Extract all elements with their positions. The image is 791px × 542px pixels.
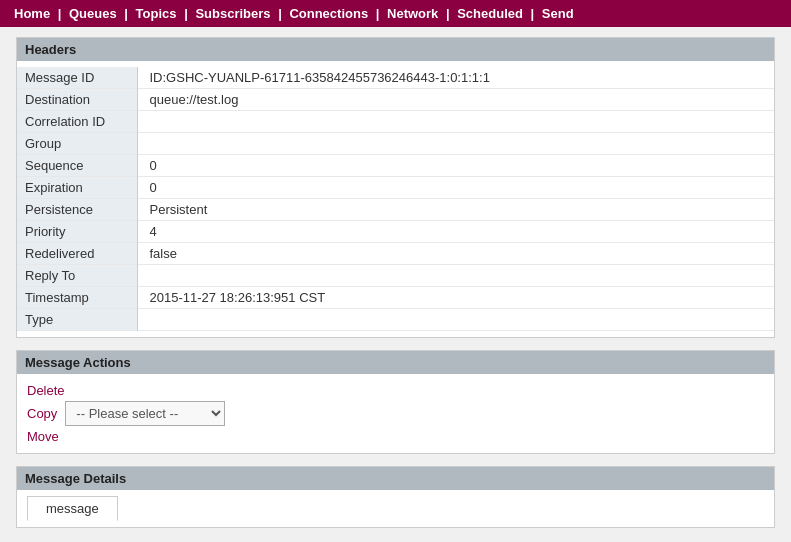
copy-row: Copy -- Please select --	[27, 401, 764, 426]
copy-link[interactable]: Copy	[27, 403, 57, 424]
tab-header: message	[27, 496, 764, 521]
row-value: 4	[137, 221, 774, 243]
row-label: Reply To	[17, 265, 137, 287]
delete-link[interactable]: Delete	[27, 380, 764, 401]
row-label: Message ID	[17, 67, 137, 89]
actions-section: Message Actions Delete Copy -- Please se…	[16, 350, 775, 454]
row-value: Persistent	[137, 199, 774, 221]
nav-queues[interactable]: Queues	[69, 6, 117, 21]
table-row: Redeliveredfalse	[17, 243, 774, 265]
row-label: Timestamp	[17, 287, 137, 309]
row-value	[137, 309, 774, 331]
tab-message[interactable]: message	[27, 496, 118, 521]
table-row: Priority4	[17, 221, 774, 243]
table-row: Timestamp2015-11-27 18:26:13:951 CST	[17, 287, 774, 309]
nav-scheduled[interactable]: Scheduled	[457, 6, 523, 21]
table-row: Destinationqueue://test.log	[17, 89, 774, 111]
details-section-title: Message Details	[17, 467, 774, 490]
row-value	[137, 111, 774, 133]
nav-subscribers[interactable]: Subscribers	[195, 6, 270, 21]
headers-section: Headers Message IDID:GSHC-YUANLP-61711-6…	[16, 37, 775, 338]
actions-body: Delete Copy -- Please select -- Move	[17, 374, 774, 453]
nav-send[interactable]: Send	[542, 6, 574, 21]
table-row: Group	[17, 133, 774, 155]
row-label: Sequence	[17, 155, 137, 177]
table-row: Reply To	[17, 265, 774, 287]
row-label: Type	[17, 309, 137, 331]
row-label: Expiration	[17, 177, 137, 199]
headers-table: Message IDID:GSHC-YUANLP-61711-635842455…	[17, 67, 774, 331]
table-row: PersistencePersistent	[17, 199, 774, 221]
details-body: message	[17, 490, 774, 527]
table-row: Expiration0	[17, 177, 774, 199]
row-label: Priority	[17, 221, 137, 243]
row-label: Redelivered	[17, 243, 137, 265]
row-label: Group	[17, 133, 137, 155]
nav-topics[interactable]: Topics	[136, 6, 177, 21]
row-label: Correlation ID	[17, 111, 137, 133]
main-content: Headers Message IDID:GSHC-YUANLP-61711-6…	[0, 27, 791, 542]
row-label: Destination	[17, 89, 137, 111]
table-row: Type	[17, 309, 774, 331]
actions-section-title: Message Actions	[17, 351, 774, 374]
row-value: 0	[137, 177, 774, 199]
nav-home[interactable]: Home	[14, 6, 50, 21]
row-value: false	[137, 243, 774, 265]
top-nav: Home | Queues | Topics | Subscribers | C…	[0, 0, 791, 27]
move-link[interactable]: Move	[27, 426, 764, 447]
headers-section-body: Message IDID:GSHC-YUANLP-61711-635842455…	[17, 61, 774, 337]
row-label: Persistence	[17, 199, 137, 221]
row-value: 2015-11-27 18:26:13:951 CST	[137, 287, 774, 309]
table-row: Message IDID:GSHC-YUANLP-61711-635842455…	[17, 67, 774, 89]
copy-destination-select[interactable]: -- Please select --	[65, 401, 225, 426]
headers-section-title: Headers	[17, 38, 774, 61]
details-section: Message Details message	[16, 466, 775, 528]
nav-network[interactable]: Network	[387, 6, 438, 21]
nav-connections[interactable]: Connections	[289, 6, 368, 21]
row-value: 0	[137, 155, 774, 177]
row-value: ID:GSHC-YUANLP-61711-635842455736246443-…	[137, 67, 774, 89]
row-value	[137, 265, 774, 287]
table-row: Sequence0	[17, 155, 774, 177]
table-row: Correlation ID	[17, 111, 774, 133]
row-value: queue://test.log	[137, 89, 774, 111]
row-value	[137, 133, 774, 155]
